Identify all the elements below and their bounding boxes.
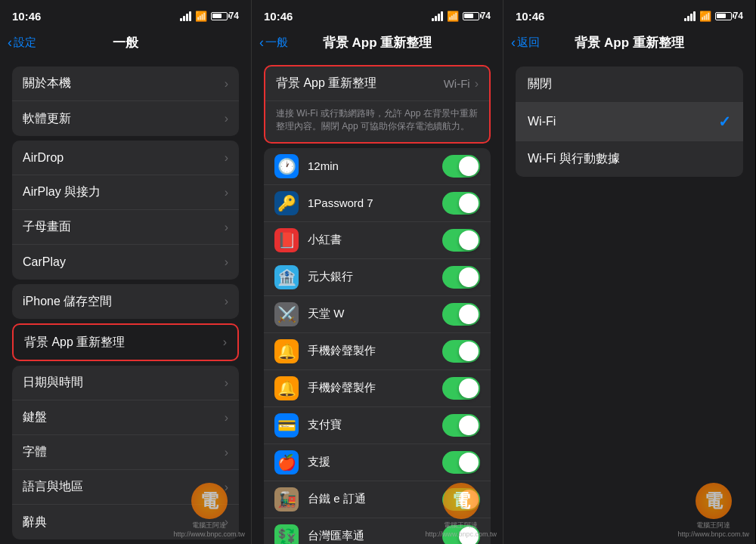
choice-group: 關閉 Wi-Fi ✓ Wi-Fi 與行動數據 [516,66,743,177]
app-row-7[interactable]: 💳 支付寶 [264,407,491,444]
status-bar-1: 10:46 📶 74 [0,0,251,27]
panel2-top-highlight: 背景 App 重新整理 Wi-Fi › 連接 Wi-Fi 或行動網路時，允許 A… [264,65,491,144]
choice-wifi[interactable]: Wi-Fi ✓ [516,103,743,141]
toggle-8[interactable] [442,451,480,474]
signal-bars-3 [684,11,696,21]
settings-group-3: iPhone 儲存空間 › [12,284,239,319]
panel2-value: Wi-Fi [444,77,470,90]
panel3-title: 背景 App 重新整理 [575,34,684,51]
app-row-0[interactable]: 🕐 12min [264,148,491,185]
signal-bar-3-3 [690,14,692,21]
app-icon-6: 🔔 [274,376,299,400]
app-row-8[interactable]: 🍎 支援 [264,444,491,481]
app-row-1[interactable]: 🔑 1Password 7 [264,185,491,222]
row-about[interactable]: 關於本機 › [12,66,239,101]
status-time-1: 10:46 [12,10,41,23]
panel-1: 10:46 📶 74 ‹ 設定 一般 [0,0,252,544]
signal-bar-2-2 [435,16,437,21]
nav-bar-1: ‹ 設定 一般 [0,27,251,60]
app-row-2[interactable]: 📕 小紅書 [264,222,491,259]
back-label-1: 設定 [14,36,36,50]
panel1-content: 關於本機 › 軟體更新 › AirDrop › AirPlay 與接力 › 子母… [0,60,251,544]
app-row-3[interactable]: 🏦 元大銀行 [264,259,491,296]
panel2-desc: 連接 Wi-Fi 或行動網路時，允許 App 在背景中重新整理內容。關閉 App… [265,101,489,142]
signal-bar-3-2 [687,16,689,21]
choice-wifi-cellular[interactable]: Wi-Fi 與行動數據 [516,141,743,177]
watermark-text-3: 電腦王阿達http://www.bnpc.com.tw [677,521,749,538]
app-name-5: 手機鈴聲製作 [308,344,442,358]
back-label-2: 一般 [265,36,288,50]
row-carplay[interactable]: CarPlay › [12,245,239,280]
row-keyboard[interactable]: 鍵盤 › [12,400,239,435]
panel2-title: 背景 App 重新整理 [323,34,432,51]
battery-icon-1: 74 [211,11,239,21]
signal-bars-2 [432,11,443,21]
app-name-3: 元大銀行 [308,270,442,284]
checkmark-wifi: ✓ [718,113,731,131]
status-icons-3: 📶 74 [684,11,743,22]
chevron-carplay: › [225,255,228,269]
row-storage[interactable]: iPhone 儲存空間 › [12,284,239,319]
signal-bar-3 [186,14,188,21]
app-row-6[interactable]: 🔔 手機鈴聲製作 [264,370,491,407]
status-time-2: 10:46 [264,10,293,23]
status-time-3: 10:46 [516,10,544,23]
battery-icon-2: 74 [463,11,491,21]
app-icon-3: 🏦 [274,265,299,289]
watermark-text-2: 電腦王阿達http://www.bnpc.com.tw [425,521,497,538]
choice-off[interactable]: 關閉 [516,66,743,103]
row-software-update[interactable]: 軟體更新 › [12,101,239,136]
panel2-main-row[interactable]: 背景 App 重新整理 Wi-Fi › [265,66,489,101]
status-bar-3: 10:46 📶 74 [503,0,755,27]
chevron-airplay: › [225,186,228,199]
back-label-3: 返回 [517,36,540,50]
battery-text-2: 74 [481,11,491,21]
back-chevron-2: ‹ [259,36,264,49]
chevron-storage: › [225,295,228,308]
toggle-3[interactable] [442,266,480,289]
app-row-4[interactable]: ⚔️ 天堂 W [264,296,491,333]
battery-fill-3 [717,14,726,18]
signal-bars-1 [180,11,191,21]
panel3-content: 關閉 Wi-Fi ✓ Wi-Fi 與行動數據 [503,60,755,544]
toggle-4[interactable] [442,303,480,326]
highlighted-bg-refresh: 背景 App 重新整理 › [12,323,239,361]
battery-body-1 [211,12,228,20]
app-name-4: 天堂 W [308,307,442,321]
back-button-2[interactable]: ‹ 一般 [259,36,288,50]
toggle-2[interactable] [442,229,480,252]
panel2-main-chevron: › [475,77,479,91]
back-button-3[interactable]: ‹ 返回 [511,36,540,50]
app-name-8: 支援 [308,455,442,469]
app-icon-1: 🔑 [274,191,299,215]
panel1-title: 一般 [113,34,138,51]
toggle-1[interactable] [442,192,480,215]
toggle-7[interactable] [442,414,480,437]
app-icon-0: 🕐 [274,154,299,178]
watermark-logo-3: 電 [696,483,732,519]
signal-bar-2-4 [441,11,443,21]
app-icon-8: 🍎 [274,450,299,474]
back-chevron-1: ‹ [8,36,12,49]
battery-fill-2 [464,14,473,18]
battery-body-3 [715,12,732,20]
row-bg-refresh[interactable]: 背景 App 重新整理 › [14,325,237,360]
row-pip[interactable]: 子母畫面 › [12,210,239,245]
wifi-icon-2: 📶 [447,11,459,22]
row-datetime[interactable]: 日期與時間 › [12,366,239,400]
chevron-about: › [225,77,228,91]
watermark-3: 電 電腦王阿達http://www.bnpc.com.tw [677,483,749,538]
row-airdrop[interactable]: AirDrop › [12,141,239,175]
back-button-1[interactable]: ‹ 設定 [8,36,36,50]
row-airplay[interactable]: AirPlay 與接力 › [12,175,239,210]
toggle-0[interactable] [442,155,480,178]
battery-text-1: 74 [229,11,239,21]
toggle-5[interactable] [442,340,480,363]
app-icon-10: 💱 [274,524,299,544]
app-row-5[interactable]: 🔔 手機鈴聲製作 [264,333,491,370]
app-icon-9: 🚂 [274,487,299,512]
row-fonts[interactable]: 字體 › [12,435,239,470]
app-name-1: 1Password 7 [308,196,442,209]
toggle-6[interactable] [442,377,480,400]
app-name-9: 台鐵 e 訂通 [308,492,442,506]
